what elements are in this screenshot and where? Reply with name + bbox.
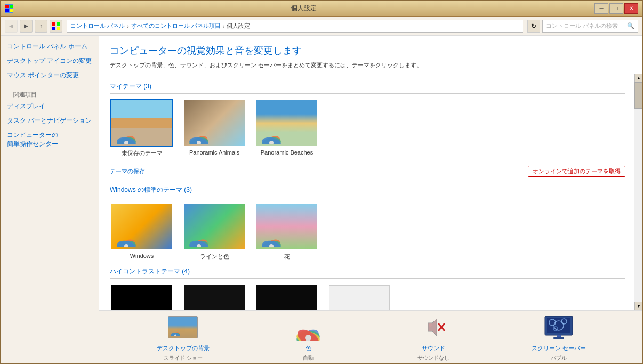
color-fan-animals-icon bbox=[188, 128, 210, 144]
content-area: コンピューターの視覚効果と音を変更します デスクトップの背景、色、サウンド、およ… bbox=[99, 36, 642, 363]
theme-thumb-hc3 bbox=[255, 284, 318, 310]
sidebar-item-control-panel-home[interactable]: コントロール パネル ホーム bbox=[7, 42, 92, 51]
color-fan-flowers-icon bbox=[261, 231, 282, 247]
minimize-button[interactable]: ─ bbox=[594, 3, 608, 14]
color-fan-icon bbox=[116, 128, 137, 144]
sidebar-item-taskbar[interactable]: タスク バーとナビゲーション bbox=[7, 116, 92, 125]
svg-marker-41 bbox=[428, 319, 437, 336]
sidebar-item-desktop-icons[interactable]: デスクトップ アイコンの変更 bbox=[7, 56, 92, 66]
screensaver-icon bbox=[544, 312, 574, 342]
desktop-bg-icon bbox=[168, 312, 198, 342]
color-fan-windows-icon bbox=[116, 231, 137, 247]
address-bar[interactable]: コントロール パネル › すべてのコントロール パネル項目 › 個人設定 bbox=[67, 20, 523, 33]
bottom-item-color[interactable]: 色 自動 bbox=[276, 312, 340, 362]
sidebar-item-accessibility[interactable]: コンピューターの 簡単操作センター bbox=[7, 131, 92, 149]
theme-item-hc1[interactable] bbox=[110, 284, 174, 310]
bottom-bar: デスクトップの背景 スライド ショー 色 bbox=[99, 310, 642, 363]
scroll-up-button[interactable]: ▲ bbox=[634, 74, 642, 82]
back-button[interactable]: ◀ bbox=[5, 20, 18, 33]
related-section: 関連項目 ディスプレイ タスク バーとナビゲーション コンピューターの 簡単操作… bbox=[7, 91, 92, 149]
close-button[interactable]: ✕ bbox=[624, 3, 638, 14]
svg-rect-1 bbox=[10, 5, 13, 8]
save-theme-link[interactable]: テーマの保存 bbox=[110, 167, 145, 175]
desktop-bg-sublabel: スライド ショー bbox=[164, 354, 203, 362]
theme-item-lines-colors[interactable]: ラインと色 bbox=[182, 203, 246, 261]
nav-icon bbox=[50, 20, 62, 33]
navigation-bar: ◀ ▶ ↑ コントロール パネル › すべてのコントロール パネル項目 › 個人… bbox=[1, 17, 642, 36]
theme-thumb-windows bbox=[110, 203, 173, 250]
theme-label-panoramic-animals: Panoramic Animals bbox=[189, 149, 239, 156]
breadcrumb-control-panel[interactable]: コントロール パネル bbox=[70, 22, 125, 30]
theme-label-windows: Windows bbox=[130, 253, 154, 259]
sidebar-item-mouse-pointer[interactable]: マウス ポインターの変更 bbox=[7, 71, 92, 80]
get-online-themes-button[interactable]: オンラインで追加のテーマを取得 bbox=[528, 166, 625, 177]
sound-sublabel: サウンドなし bbox=[417, 354, 449, 362]
theme-label-flowers: 花 bbox=[284, 253, 290, 261]
svg-rect-2 bbox=[5, 9, 9, 12]
svg-rect-6 bbox=[52, 27, 55, 30]
sidebar-item-display[interactable]: ディスプレイ bbox=[7, 102, 92, 111]
color-sublabel: 自動 bbox=[303, 354, 314, 362]
my-themes-header: マイテーマ (3) bbox=[110, 82, 625, 94]
sidebar-nav: コントロール パネル ホーム デスクトップ アイコンの変更 マウス ポインターの… bbox=[1, 42, 99, 149]
theme-item-hc2[interactable] bbox=[182, 284, 246, 310]
theme-item-hc4[interactable] bbox=[327, 284, 391, 310]
title-bar: 個人設定 ─ □ ✕ bbox=[1, 1, 642, 17]
theme-item-unsaved[interactable]: 未保存のテーマ bbox=[110, 99, 174, 157]
color-fan-lines-icon bbox=[188, 231, 210, 247]
theme-thumb-hc1 bbox=[110, 284, 173, 310]
related-section-title: 関連項目 bbox=[13, 91, 86, 99]
window-title: 個人設定 bbox=[13, 4, 594, 13]
theme-item-hc3[interactable] bbox=[255, 284, 319, 310]
theme-thumb-hc4 bbox=[328, 284, 391, 310]
theme-thumb-flowers bbox=[255, 203, 318, 250]
up-button[interactable]: ↑ bbox=[35, 20, 47, 33]
scrollbar[interactable]: ▲ ▼ bbox=[634, 74, 642, 310]
theme-item-panoramic-animals[interactable]: Panoramic Animals bbox=[182, 99, 246, 157]
forward-button[interactable]: ▶ bbox=[20, 20, 33, 33]
maximize-button[interactable]: □ bbox=[609, 3, 623, 14]
bottom-item-screensaver[interactable]: スクリーン セーバー バブル bbox=[527, 312, 591, 362]
svg-rect-52 bbox=[553, 337, 564, 339]
screensaver-sublabel: バブル bbox=[551, 354, 567, 362]
bottom-item-desktop-bg[interactable]: デスクトップの背景 スライド ショー bbox=[151, 312, 215, 362]
theme-label-unsaved: 未保存のテーマ bbox=[122, 149, 163, 157]
scroll-down-button[interactable]: ▼ bbox=[634, 302, 642, 310]
breadcrumb-current: 個人設定 bbox=[227, 22, 250, 30]
theme-actions: テーマの保存 オンラインで追加のテーマを取得 bbox=[110, 164, 625, 181]
desktop-bg-label: デスクトップの背景 bbox=[157, 344, 210, 352]
themes-scroll-area[interactable]: マイテーマ (3) bbox=[99, 74, 642, 310]
color-label: 色 bbox=[306, 344, 311, 352]
theme-thumb-unsaved bbox=[110, 99, 173, 147]
page-title: コンピューターの視覚効果と音を変更します bbox=[110, 44, 632, 57]
svg-rect-7 bbox=[57, 27, 60, 30]
refresh-button[interactable]: ↻ bbox=[527, 20, 540, 33]
color-fan-beaches-icon bbox=[261, 128, 282, 144]
window-icon bbox=[5, 4, 13, 13]
svg-rect-4 bbox=[52, 22, 55, 26]
search-bar[interactable]: コントロール パネルの検索 🔍 bbox=[542, 20, 638, 33]
breadcrumb-all-items[interactable]: すべてのコントロール パネル項目 bbox=[131, 22, 221, 30]
theme-item-panoramic-beaches[interactable]: Panoramic Beaches bbox=[255, 99, 319, 157]
main-window: 個人設定 ─ □ ✕ ◀ ▶ ↑ コントロール パネル › すべてのコントロール… bbox=[0, 0, 643, 364]
svg-rect-3 bbox=[10, 9, 13, 12]
svg-rect-0 bbox=[5, 5, 9, 8]
sound-label: サウンド bbox=[422, 344, 445, 352]
windows-themes-header: Windows の標準のテーマ (3) bbox=[110, 185, 625, 197]
bottom-item-sound[interactable]: サウンド サウンドなし bbox=[401, 312, 465, 362]
page-description: デスクトップの背景、色、サウンド、およびスクリーン セーバーをまとめて変更するに… bbox=[110, 61, 632, 69]
breadcrumb: コントロール パネル › すべてのコントロール パネル項目 › 個人設定 bbox=[70, 22, 250, 30]
hc-themes-grid bbox=[110, 284, 625, 310]
screensaver-label: スクリーン セーバー bbox=[532, 344, 586, 352]
theme-thumb-hc2 bbox=[183, 284, 246, 310]
svg-rect-5 bbox=[57, 22, 60, 26]
scroll-thumb[interactable] bbox=[634, 82, 642, 109]
sidebar: コントロール パネル ホーム デスクトップ アイコンの変更 マウス ポインターの… bbox=[1, 36, 99, 363]
search-placeholder: コントロール パネルの検索 bbox=[546, 22, 618, 30]
sound-icon bbox=[419, 312, 448, 342]
my-themes-grid: 未保存のテーマ bbox=[110, 99, 625, 157]
theme-thumb-panoramic-animals bbox=[183, 99, 246, 147]
content-header: コンピューターの視覚効果と音を変更します デスクトップの背景、色、サウンド、およ… bbox=[99, 36, 642, 74]
theme-item-flowers[interactable]: 花 bbox=[255, 203, 319, 261]
theme-item-windows[interactable]: Windows bbox=[110, 203, 174, 261]
